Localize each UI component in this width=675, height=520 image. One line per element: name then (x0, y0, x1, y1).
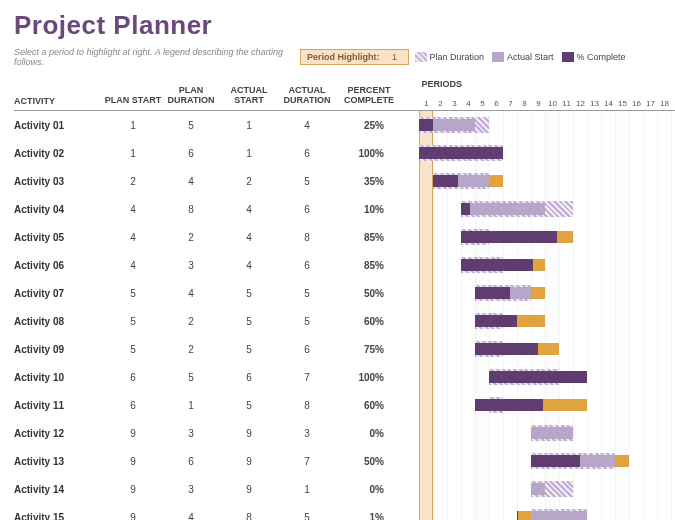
cell-actual-start[interactable]: 5 (220, 344, 278, 355)
cell-plan-start[interactable]: 4 (104, 260, 162, 271)
table-row[interactable]: Activity 01151425% (14, 111, 419, 139)
cell-plan-dur[interactable]: 5 (162, 120, 220, 131)
table-row[interactable]: Activity 1493910% (14, 475, 419, 503)
cell-percent[interactable]: 75% (336, 344, 402, 355)
cell-plan-start[interactable]: 4 (104, 204, 162, 215)
cell-plan-start[interactable]: 5 (104, 316, 162, 327)
cell-plan-start[interactable]: 1 (104, 148, 162, 159)
table-row[interactable]: Activity 106567100% (14, 363, 419, 391)
period-tick: 16 (629, 99, 643, 108)
cell-plan-start[interactable]: 9 (104, 512, 162, 521)
cell-actual-start[interactable]: 5 (220, 288, 278, 299)
cell-plan-dur[interactable]: 6 (162, 456, 220, 467)
cell-plan-start[interactable]: 4 (104, 232, 162, 243)
cell-percent[interactable]: 25% (336, 120, 402, 131)
cell-actual-dur[interactable]: 5 (278, 288, 336, 299)
period-tick: 14 (601, 99, 615, 108)
cell-plan-dur[interactable]: 8 (162, 204, 220, 215)
cell-actual-dur[interactable]: 8 (278, 400, 336, 411)
cell-actual-start[interactable]: 5 (220, 400, 278, 411)
cell-percent[interactable]: 0% (336, 428, 402, 439)
cell-actual-start[interactable]: 4 (220, 204, 278, 215)
cell-percent[interactable]: 60% (336, 400, 402, 411)
cell-plan-dur[interactable]: 2 (162, 232, 220, 243)
cell-plan-dur[interactable]: 3 (162, 428, 220, 439)
cell-actual-start[interactable]: 9 (220, 484, 278, 495)
table-row[interactable]: Activity 04484610% (14, 195, 419, 223)
cell-percent[interactable]: 35% (336, 176, 402, 187)
cell-plan-start[interactable]: 9 (104, 484, 162, 495)
cell-percent[interactable]: 50% (336, 456, 402, 467)
cell-percent[interactable]: 85% (336, 260, 402, 271)
table-row[interactable]: Activity 07545550% (14, 279, 419, 307)
period-highlight-label: Period Highlight: (307, 52, 380, 62)
cell-percent[interactable]: 60% (336, 316, 402, 327)
cell-actual-dur[interactable]: 6 (278, 148, 336, 159)
cell-plan-start[interactable]: 5 (104, 344, 162, 355)
cell-plan-start[interactable]: 5 (104, 288, 162, 299)
cell-plan-start[interactable]: 2 (104, 176, 162, 187)
cell-actual-start[interactable]: 9 (220, 456, 278, 467)
table-row[interactable]: Activity 05424885% (14, 223, 419, 251)
cell-plan-dur[interactable]: 4 (162, 176, 220, 187)
gantt-row (419, 139, 675, 167)
cell-actual-start[interactable]: 6 (220, 372, 278, 383)
table-row[interactable]: Activity 11615860% (14, 391, 419, 419)
period-tick: 12 (573, 99, 587, 108)
period-tick: 1 (419, 99, 433, 108)
cell-actual-start[interactable]: 4 (220, 232, 278, 243)
table-row[interactable]: Activity 08525560% (14, 307, 419, 335)
cell-plan-start[interactable]: 1 (104, 120, 162, 131)
cell-percent[interactable]: 1% (336, 512, 402, 521)
cell-actual-dur[interactable]: 4 (278, 120, 336, 131)
cell-actual-start[interactable]: 1 (220, 148, 278, 159)
cell-actual-start[interactable]: 2 (220, 176, 278, 187)
period-highlight-box[interactable]: Period Highlight: 1 (300, 49, 409, 65)
cell-actual-dur[interactable]: 7 (278, 456, 336, 467)
cell-plan-start[interactable]: 6 (104, 372, 162, 383)
cell-percent[interactable]: 100% (336, 148, 402, 159)
table-row[interactable]: Activity 13969750% (14, 447, 419, 475)
table-row[interactable]: Activity 06434685% (14, 251, 419, 279)
cell-actual-dur[interactable]: 5 (278, 316, 336, 327)
bar-complete (475, 343, 538, 355)
cell-actual-start[interactable]: 5 (220, 316, 278, 327)
cell-actual-start[interactable]: 8 (220, 512, 278, 521)
cell-actual-dur[interactable]: 5 (278, 512, 336, 521)
cell-actual-dur[interactable]: 6 (278, 204, 336, 215)
table-row[interactable]: Activity 1293930% (14, 419, 419, 447)
cell-percent[interactable]: 50% (336, 288, 402, 299)
cell-actual-dur[interactable]: 6 (278, 260, 336, 271)
cell-actual-dur[interactable]: 1 (278, 484, 336, 495)
cell-actual-start[interactable]: 9 (220, 428, 278, 439)
period-highlight-value[interactable]: 1 (388, 52, 402, 62)
cell-plan-dur[interactable]: 4 (162, 288, 220, 299)
cell-percent[interactable]: 100% (336, 372, 402, 383)
gantt-row (419, 223, 675, 251)
cell-plan-dur[interactable]: 4 (162, 512, 220, 521)
cell-plan-dur[interactable]: 2 (162, 316, 220, 327)
cell-plan-dur[interactable]: 1 (162, 400, 220, 411)
cell-plan-dur[interactable]: 5 (162, 372, 220, 383)
cell-plan-start[interactable]: 9 (104, 428, 162, 439)
cell-actual-start[interactable]: 4 (220, 260, 278, 271)
cell-plan-dur[interactable]: 2 (162, 344, 220, 355)
table-row[interactable]: Activity 09525675% (14, 335, 419, 363)
cell-actual-dur[interactable]: 6 (278, 344, 336, 355)
cell-plan-dur[interactable]: 3 (162, 484, 220, 495)
cell-plan-dur[interactable]: 3 (162, 260, 220, 271)
cell-plan-start[interactable]: 6 (104, 400, 162, 411)
cell-percent[interactable]: 0% (336, 484, 402, 495)
cell-actual-dur[interactable]: 8 (278, 232, 336, 243)
cell-actual-start[interactable]: 1 (220, 120, 278, 131)
cell-plan-start[interactable]: 9 (104, 456, 162, 467)
cell-actual-dur[interactable]: 3 (278, 428, 336, 439)
cell-actual-dur[interactable]: 7 (278, 372, 336, 383)
table-row[interactable]: Activity 1594851% (14, 503, 419, 520)
cell-percent[interactable]: 85% (336, 232, 402, 243)
table-row[interactable]: Activity 021616100% (14, 139, 419, 167)
cell-percent[interactable]: 10% (336, 204, 402, 215)
table-row[interactable]: Activity 03242535% (14, 167, 419, 195)
cell-plan-dur[interactable]: 6 (162, 148, 220, 159)
cell-actual-dur[interactable]: 5 (278, 176, 336, 187)
